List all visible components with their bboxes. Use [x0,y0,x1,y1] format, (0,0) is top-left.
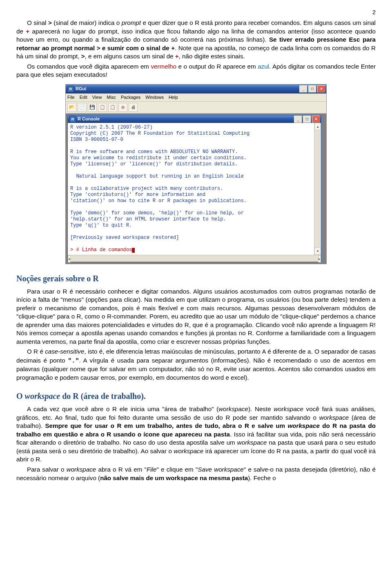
paragraph-1: O sinal > (sinal de maior) indica o prom… [16,19,376,61]
workspace-bold-italic: workspace [287,422,320,429]
close-button[interactable]: × [317,85,325,93]
console-maximize-button[interactable]: □ [303,116,311,123]
toolbar: 📂 📄 💾 📋 📋 ⦻ 🖨 [66,102,326,114]
text: e o output do R aparece em [176,63,258,70]
minimize-button[interactable]: _ [299,85,307,93]
case-sensitive-italic: case-sensitive [45,348,84,355]
letter-A: A [262,348,266,356]
horizontal-scrollbar[interactable]: ◂ ▸ [68,255,321,262]
text: O R é [27,348,45,355]
workspace-italic: workspace [274,405,303,412]
console-line: 'help.start()' for an HTML browser inter… [70,216,226,222]
console-line: R version 2.5.1 (2007-06-27) [70,125,153,130]
scroll-track[interactable] [314,130,321,247]
scroll-up-icon[interactable]: ▴ [314,123,321,130]
console-line: ISBN 3-900051-07-0 [70,137,123,142]
menu-edit[interactable]: Edit [80,94,87,100]
console-line: Copyright (C) 2007 The R Foundation for … [70,131,249,136]
console-prompt-line: > # Linha de comandos [70,247,132,253]
paragraph-4: O R é case-sensitive, isto é, ele difere… [16,347,376,382]
plus-symbol-2: + [175,53,179,60]
prompt-italic: prompt [122,19,141,26]
rgui-screenshot: R RGui _ □ × File Edit View Misc Package… [65,84,327,264]
menu-view[interactable]: View [92,94,102,100]
bold-instruction: Sempre que for usar o R em um trabalho, … [45,422,287,429]
console-line: R is a collaborative project with many c… [70,186,223,191]
console-line: 'citation()' on how to cite R or R packa… [70,198,247,204]
text: abra o R vá em " [96,466,147,473]
console-line: R is free software and comes with ABSOLU… [70,149,238,155]
toolbar-save-icon[interactable]: 💾 [88,103,97,112]
text: é diferente de [266,348,307,355]
text: ). Feche o [248,474,276,481]
paragraph-6: Para salvar o workspace abra o R vá em "… [16,465,376,482]
text: (sinal de maior) indica o [52,19,122,26]
toolbar-print-icon[interactable]: 🖨 [129,103,138,112]
toolbar-paste-icon[interactable]: 📋 [108,103,117,112]
maximize-button[interactable]: □ [308,85,316,93]
scroll-right-icon[interactable]: ▸ [318,255,321,263]
r-icon: R [69,116,76,122]
workspace-italic: workspace [25,392,60,401]
console-line: Type 'demo()' for some demos, 'help()' f… [70,210,244,216]
azul-word: azul [258,63,269,70]
toolbar-open-icon[interactable]: 📂 [67,103,76,112]
scroll-track[interactable] [71,255,318,262]
r-console-window: R R Console _ □ × R version 2.5.1 (2007-… [67,115,321,262]
console-title: R Console [78,116,100,122]
menu-misc[interactable]: Misc [107,94,116,100]
toolbar-stop-icon[interactable]: ⦻ [118,103,127,112]
text: do R (área de trabalho). [60,392,146,401]
plus-symbol: + [26,28,29,35]
scroll-left-icon[interactable]: ◂ [68,255,71,263]
prompt-gt-symbol: > [48,19,52,26]
vermelho-word: vermelho [151,63,176,70]
console-line: Natural language support but running in … [70,174,244,179]
text: Para salvar o [27,466,67,473]
mdi-area: R R Console _ □ × R version 2.5.1 (2007-… [66,114,326,264]
scroll-down-icon[interactable]: ▾ [314,247,321,255]
text: A cada vez que você abre o R ele inicia … [27,405,218,412]
console-line: Type 'contributors()' for more informati… [70,192,205,198]
console-line: Type 'license()' or 'licence()' for dist… [70,161,238,167]
paragraph-5: A cada vez que você abre o R ele inicia … [16,405,376,464]
console-line: You are welcome to redistribute it under… [70,155,247,161]
decimal-dot: "." [68,357,79,365]
console-line: [Previously saved workspace restored] [70,235,179,240]
workspace-italic: workspace [174,447,204,454]
menubar: File Edit View Misc Packages Windows Hel… [66,93,326,102]
menu-windows[interactable]: Windows [145,94,164,100]
toolbar-copy-icon[interactable]: 📋 [98,103,107,112]
text: , isto é, ele diferencia letras maiúscul… [84,348,262,355]
paragraph-2: Os comandos que você digita aparecem em … [16,62,376,79]
section-heading-nocoes: Noções gerais sobre o R [16,273,376,284]
section-heading-workspace: O workspace do R (área de trabalho). [16,391,376,402]
workspace-italic: workspace [319,414,349,421]
workspace-italic: workspace [237,439,267,446]
text: O [16,392,25,401]
text: Os comandos que você digita aparecem em [27,63,151,70]
text: ). Neste [248,405,274,412]
rgui-title: RGui [76,86,86,92]
console-line: Type 'q()' to quit R. [70,223,132,228]
workspace-italic: workspace [67,466,96,473]
text: O sinal [27,19,48,26]
rgui-titlebar: R RGui _ □ × [66,85,326,93]
vertical-scrollbar[interactable]: ▴ ▾ [314,123,321,255]
letter-a: a [307,348,311,356]
console-minimize-button[interactable]: _ [294,116,302,123]
text: , não digite estes sinais. [179,53,245,60]
bold-warning: não salve mais de um workspace na mesma … [100,474,248,481]
text: , e em alguns casos um sinal de [85,53,175,60]
save-workspace-italic: Save workspace [198,466,243,473]
menu-help[interactable]: Help [169,94,178,100]
r-icon: R [67,86,74,92]
workspace-italic: workspace [218,405,248,412]
page-number: 2 [16,8,376,16]
menu-file[interactable]: File [67,94,75,100]
menu-packages[interactable]: Packages [121,94,140,100]
console-close-button[interactable]: × [312,116,320,123]
file-menu-italic: File [147,466,156,473]
toolbar-load-icon[interactable]: 📄 [78,103,87,112]
console-output[interactable]: R version 2.5.1 (2007-06-27) Copyright (… [68,123,314,255]
